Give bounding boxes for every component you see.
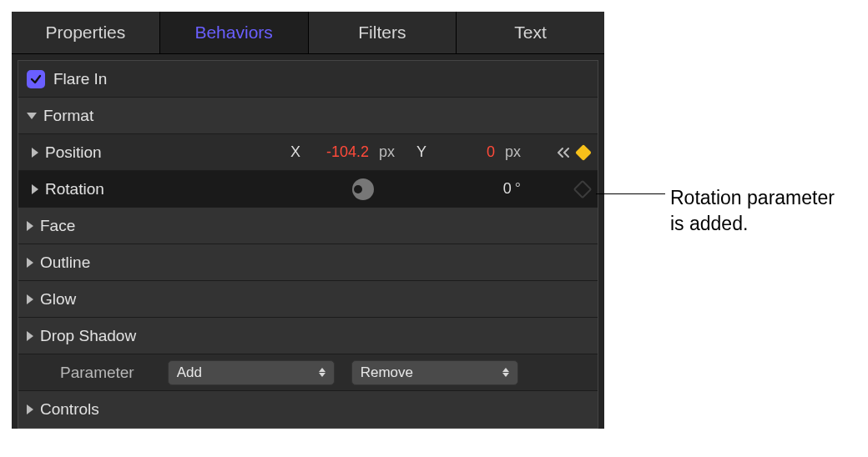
keyframe-diamond-active-icon[interactable] (575, 144, 592, 161)
section-drop-shadow-label: Drop Shadow (40, 327, 136, 345)
position-x-unit: px (379, 143, 395, 161)
param-row-position: Position X -104.2 px Y 0 px (18, 134, 598, 171)
callout-line-icon (596, 193, 665, 194)
tab-text[interactable]: Text (457, 12, 604, 53)
section-glow[interactable]: Glow (18, 281, 598, 318)
tab-filters[interactable]: Filters (309, 12, 457, 53)
keyframe-nav-icon[interactable] (558, 147, 573, 158)
updown-icon (502, 368, 509, 377)
disclosure-right-icon[interactable] (32, 184, 38, 194)
y-axis-label: Y (416, 143, 426, 161)
disclosure-right-icon[interactable] (32, 148, 38, 158)
rotation-unit: ° (515, 180, 521, 198)
disclosure-right-icon (27, 331, 33, 341)
updown-icon (319, 368, 326, 377)
param-row-rotation: Rotation 0 ° (18, 171, 598, 208)
section-face-label: Face (40, 217, 75, 235)
parameter-remove-dropdown[interactable]: Remove (351, 360, 518, 385)
behavior-title: Flare In (53, 70, 107, 88)
annotation-callout: Rotation parameter is added. (596, 185, 835, 237)
section-glow-label: Glow (40, 290, 76, 309)
disclosure-right-icon (27, 221, 33, 231)
parameter-label: Parameter (60, 364, 134, 382)
position-x-value[interactable]: -104.2 (310, 143, 369, 161)
position-y-value[interactable]: 0 (437, 143, 495, 161)
section-format[interactable]: Format (18, 98, 598, 134)
rotation-value[interactable]: 0 (478, 180, 512, 198)
dropdown-add-label: Add (177, 364, 202, 381)
tab-behaviors[interactable]: Behaviors (160, 12, 309, 53)
section-outline-label: Outline (40, 254, 90, 272)
parameter-add-remove-row: Parameter Add Remove (18, 354, 598, 391)
tab-bar: Properties Behaviors Filters Text (12, 12, 604, 54)
inspector-body: Flare In Format Position X -104.2 px Y 0… (18, 60, 598, 429)
disclosure-down-icon (27, 113, 37, 119)
disclosure-right-icon (27, 404, 33, 414)
callout-text: Rotation parameter is added. (670, 185, 835, 237)
keyframe-diamond-empty-icon[interactable] (573, 179, 593, 198)
rotation-label: Rotation (45, 180, 104, 198)
section-controls-label: Controls (40, 400, 99, 419)
position-label: Position (45, 143, 102, 162)
behavior-header-row[interactable]: Flare In (18, 61, 598, 98)
rotation-dial[interactable] (352, 178, 374, 200)
parameter-add-dropdown[interactable]: Add (168, 360, 335, 385)
dropdown-remove-label: Remove (361, 364, 413, 381)
disclosure-right-icon (27, 258, 33, 268)
enable-checkbox[interactable] (27, 70, 45, 88)
tab-properties[interactable]: Properties (12, 12, 160, 53)
section-controls[interactable]: Controls (18, 391, 598, 428)
section-drop-shadow[interactable]: Drop Shadow (18, 318, 598, 354)
section-outline[interactable]: Outline (18, 244, 598, 281)
position-y-unit: px (505, 143, 521, 161)
x-axis-label: X (290, 143, 300, 161)
section-format-label: Format (43, 107, 93, 125)
section-face[interactable]: Face (18, 208, 598, 244)
disclosure-right-icon (27, 294, 33, 304)
inspector-panel: Properties Behaviors Filters Text Flare … (12, 12, 604, 429)
checkmark-icon (30, 73, 42, 85)
